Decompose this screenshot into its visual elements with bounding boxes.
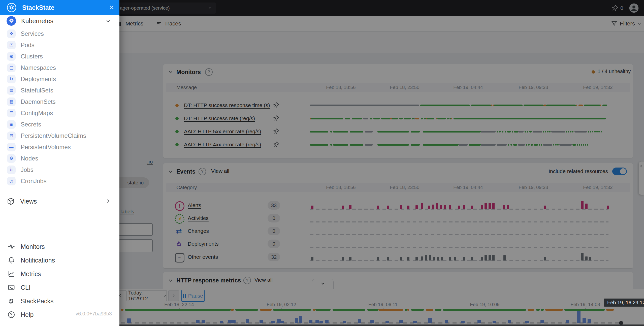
sidebar-group-label: Kubernetes [21,17,53,25]
drawer-divider [0,230,119,230]
sidebar-item-persistentvolumeclaims[interactable]: ⊟PersistentVolumeClaims [0,130,119,141]
puzzle-icon [8,297,15,305]
deployments-icon: ↻ [7,75,16,83]
sidebar-item-statefulsets[interactable]: ▤StatefulSets [0,85,119,96]
help-icon [8,311,15,318]
kubernetes-items-list: ❖Services◳Pods◉Clusters▢Namespaces↻Deplo… [0,28,119,187]
brand-title: StackState [22,4,54,11]
services-icon: ❖ [7,29,16,38]
pulse-icon [8,243,15,250]
sidebar-item-label: ConfigMaps [21,110,53,117]
sidebar-item-label: Deployments [21,76,56,83]
sidebar-item-label: Monitors [21,243,45,250]
sidebar-item-label: Help [21,311,34,318]
kubernetes-icon: ☸ [7,16,16,26]
sidebar-item-monitors[interactable]: Monitors [0,240,119,253]
sidebar-group-views[interactable]: Views [0,194,119,208]
drawer-header: StackState ✕ [0,0,119,15]
sidebar-item-configmaps[interactable]: ☰ConfigMaps [0,107,119,119]
sidebar-item-label: CLI [21,284,30,291]
namespaces-icon: ▢ [7,63,16,72]
sidebar-item-label: Nodes [21,155,38,162]
version-label: v6.0.0+7ba93b3 [76,311,112,317]
persistentvolumes-icon: ▬ [7,143,16,151]
navigation-drawer: StackState ✕ ☸ Kubernetes ❖Services◳Pods… [0,0,119,326]
sidebar-item-cronjobs[interactable]: ◷CronJobs [0,175,119,187]
sidebar-item-label: DaemonSets [21,98,56,105]
clusters-icon: ◉ [7,52,16,61]
sidebar-item-label: Services [21,30,44,37]
sidebar-item-nodes[interactable]: ⚙Nodes [0,153,119,164]
jobs-icon: ⠿ [7,166,16,174]
sidebar-item-label: Pods [21,42,35,49]
sidebar-item-jobs[interactable]: ⠿Jobs [0,164,119,175]
sidebar-item-label: PersistentVolumeClaims [21,132,86,139]
terminal-icon [8,284,15,291]
sidebar-item-label: StackPacks [21,298,54,305]
sidebar-item-label: CronJobs [21,178,47,185]
sidebar-item-secrets[interactable]: ▣Secrets [0,119,119,130]
sidebar-item-label: StatefulSets [21,87,53,94]
sidebar-item-label: Metrics [21,270,41,278]
sidebar-item-deployments[interactable]: ↻Deployments [0,73,119,85]
sidebar-group-label: Views [20,198,37,205]
close-icon[interactable]: ✕ [109,0,114,15]
chevron-right-icon [105,199,111,204]
sidebar-item-notifications[interactable]: Notifications [0,253,119,267]
pods-icon: ◳ [7,41,16,49]
daemonsets-icon: ▦ [7,97,16,106]
configmaps-icon: ☰ [7,109,16,117]
time-cursor-line [621,306,621,322]
chevron-down-icon [105,18,111,24]
sidebar-item-namespaces[interactable]: ▢Namespaces [0,62,119,73]
statefulsets-icon: ▤ [7,86,16,95]
persistentvolumeclaims-icon: ⊟ [7,132,16,140]
sidebar-item-label: Notifications [21,257,55,264]
sidebar-item-daemonsets[interactable]: ▦DaemonSets [0,96,119,107]
drawer-bottom-list: MonitorsNotificationsMetricsCLIStackPack… [0,240,119,321]
sidebar-item-stackpacks[interactable]: StackPacks [0,294,119,308]
cube-icon [7,197,15,206]
sidebar-item-metrics[interactable]: Metrics [0,267,119,281]
sidebar-item-label: Jobs [21,166,34,173]
sidebar-item-label: Namespaces [21,64,56,71]
sidebar-item-pods[interactable]: ◳Pods [0,39,119,51]
sidebar-item-cli[interactable]: CLI [0,281,119,294]
sidebar-group-kubernetes[interactable]: ☸ Kubernetes [0,14,119,28]
chart-icon [8,270,15,278]
sidebar-item-clusters[interactable]: ◉Clusters [0,51,119,62]
secrets-icon: ▣ [7,120,16,129]
sidebar-item-services[interactable]: ❖Services [0,28,119,39]
bell-icon [8,256,15,264]
nodes-icon: ⚙ [7,154,16,163]
sidebar-item-label: PersistentVolumes [21,144,71,151]
stackstate-logo-icon [7,3,17,13]
cronjobs-icon: ◷ [7,177,16,185]
time-cursor-dot[interactable] [619,321,623,325]
time-cursor-tooltip: Feb 19, 16:29:12 [604,299,644,307]
sidebar-item-persistentvolumes[interactable]: ▬PersistentVolumes [0,141,119,153]
sidebar-item-label: Secrets [21,121,41,128]
sidebar-item-label: Clusters [21,53,43,60]
